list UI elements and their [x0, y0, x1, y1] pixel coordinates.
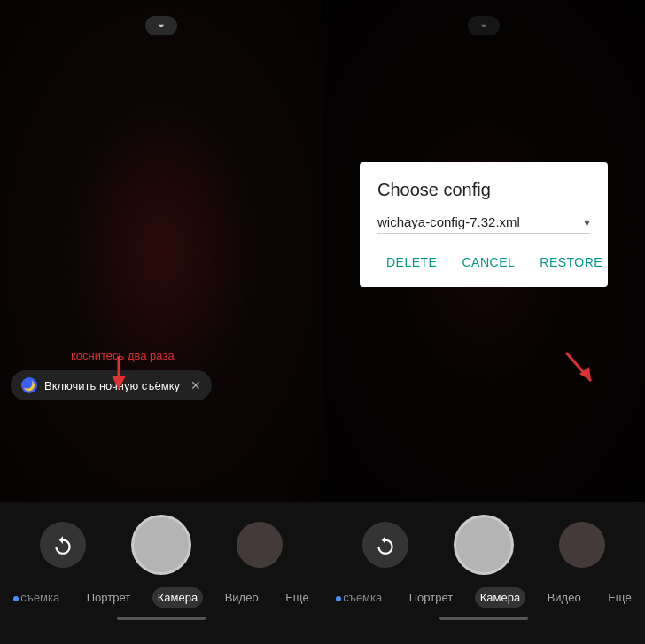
right-panel: Choose config wichaya-config-7.32.xml ▾ … [322, 0, 645, 644]
tab-portret-right[interactable]: Портрет [404, 587, 458, 608]
night-mode-icon: 🌙 [21, 377, 37, 393]
config-select-value: wichaya-config-7.32.xml [377, 214, 584, 229]
red-arrow-down-left [106, 356, 131, 396]
mode-tabs-left: съемка Портрет Камера Видео Ещё [0, 582, 322, 611]
svg-marker-1 [112, 376, 126, 390]
tab-eshche-right[interactable]: Ещё [602, 587, 637, 608]
tab-video-left[interactable]: Видео [220, 587, 264, 608]
dialog-title: Choose config [377, 180, 590, 200]
shutter-button-left[interactable] [131, 515, 191, 575]
rotate-camera-button-right[interactable] [362, 522, 408, 568]
camera-controls-left [0, 502, 322, 582]
camera-controls-right [322, 502, 645, 582]
blue-dot-right [336, 596, 341, 601]
choose-config-dialog: Choose config wichaya-config-7.32.xml ▾ … [360, 162, 608, 287]
left-panel: 🌙 Включить ночную съёмку ✕ коснитесь два… [0, 0, 322, 644]
shutter-button-right[interactable] [454, 515, 514, 575]
mode-tabs-right: съемка Портрет Камера Видео Ещё [322, 582, 645, 611]
bottom-bar-left: съемка Портрет Камера Видео Ещё [0, 502, 322, 644]
tab-eshche-left[interactable]: Ещё [280, 587, 315, 608]
chevron-down-button-left[interactable] [145, 16, 177, 35]
tab-video-right[interactable]: Видео [542, 587, 587, 608]
delete-button[interactable]: DELETE [377, 248, 446, 276]
home-indicator-right [439, 617, 528, 620]
dialog-actions: DELETE CANCEL RESTORE [377, 248, 590, 276]
tab-kamera-left[interactable]: Камера [152, 587, 203, 608]
camera-viewfinder-left: 🌙 Включить ночную съёмку ✕ коснитесь два… [0, 0, 322, 502]
config-select-row[interactable]: wichaya-config-7.32.xml ▾ [377, 214, 590, 234]
blur-button-left[interactable] [237, 522, 283, 568]
home-indicator-left [117, 617, 206, 620]
dropdown-arrow-icon: ▾ [584, 215, 590, 229]
tab-snimat-left[interactable]: съемка [8, 587, 65, 608]
tab-kamera-right[interactable]: Камера [475, 587, 525, 608]
tab-snimat-right[interactable]: съемка [330, 587, 387, 608]
red-arrow-restore [557, 337, 596, 389]
camera-viewfinder-right: Choose config wichaya-config-7.32.xml ▾ … [322, 0, 645, 502]
blue-dot-left [13, 596, 19, 601]
bottom-bar-right: съемка Портрет Камера Видео Ещё [322, 502, 645, 644]
tab-portret-left[interactable]: Портрет [82, 587, 136, 608]
dialog-overlay: Choose config wichaya-config-7.32.xml ▾ … [322, 0, 645, 502]
rotate-camera-button-left[interactable] [40, 522, 86, 568]
restore-button[interactable]: RESTORE [531, 248, 611, 276]
cancel-button[interactable]: CANCEL [453, 248, 524, 276]
toast-close-button[interactable]: ✕ [190, 378, 201, 392]
blur-button-right[interactable] [559, 522, 605, 568]
